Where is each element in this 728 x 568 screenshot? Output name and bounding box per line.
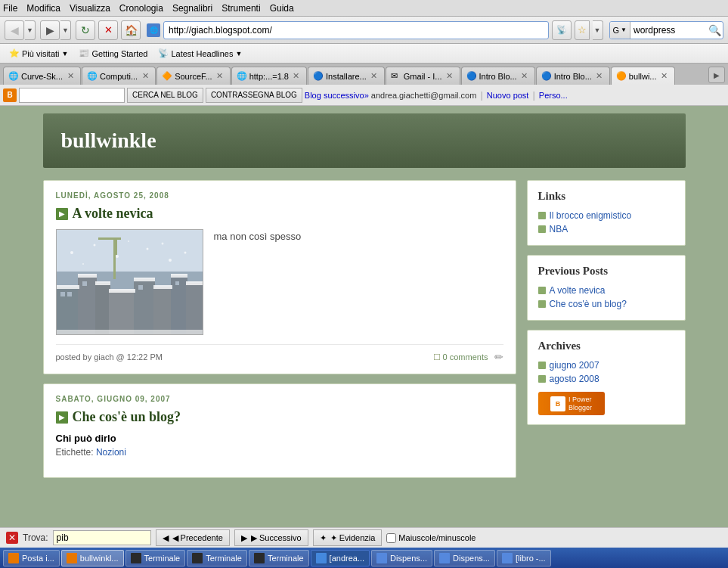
address-bar[interactable] bbox=[163, 21, 549, 39]
find-prev-button[interactable]: ◀ ◀ Precedente bbox=[156, 529, 230, 546]
find-input[interactable] bbox=[53, 530, 151, 545]
find-prev-label: ◀ Precedente bbox=[172, 533, 223, 543]
taskbar-icon-4 bbox=[254, 553, 265, 563]
tabs-overflow-button[interactable]: ▶ bbox=[708, 67, 725, 83]
blog-title: bullwinkle bbox=[61, 129, 668, 153]
sidebar-link-1[interactable]: NBA bbox=[550, 224, 568, 234]
tab-label-1: Computi... bbox=[100, 72, 138, 81]
post-1-title[interactable]: A volte nevica bbox=[73, 206, 153, 222]
blogger-search-input[interactable] bbox=[19, 88, 125, 103]
bookmark-most-visited[interactable]: ⭐ Più visitati ▼ bbox=[5, 47, 73, 60]
tab-favicon-0: 🌐 bbox=[8, 71, 19, 82]
blogger-tag-button[interactable]: CONTRASSEGNA BLOG bbox=[206, 88, 302, 103]
taskbar-item-7[interactable]: Dispens... bbox=[434, 550, 495, 566]
sidebar-archive-0[interactable]: giugno 2007 bbox=[550, 360, 599, 371]
post-1-edit-icon[interactable]: ✏ bbox=[494, 351, 503, 363]
tab-5[interactable]: ✉ Gmail - I... ✕ bbox=[386, 67, 460, 85]
menu-file[interactable]: File bbox=[3, 3, 17, 14]
tab-2[interactable]: 🔶 SourceF... ✕ bbox=[156, 67, 231, 85]
find-case-checkbox[interactable] bbox=[386, 533, 396, 543]
post-1-comments-link[interactable]: 0 comments bbox=[443, 352, 488, 362]
menu-modifica[interactable]: Modifica bbox=[26, 3, 60, 14]
post-1-text: ma non così spesso bbox=[214, 229, 302, 335]
tab-0[interactable]: 🌐 Curve-Sk... ✕ bbox=[3, 67, 81, 85]
forward-button[interactable]: ▶ bbox=[40, 20, 60, 40]
tab-3[interactable]: 🌐 http:...=1.8 ✕ bbox=[231, 67, 307, 85]
back-dropdown[interactable]: ▼ bbox=[25, 20, 36, 40]
tab-7[interactable]: 🔵 Intro Blo... ✕ bbox=[536, 67, 610, 85]
menu-strumenti[interactable]: Strumenti bbox=[221, 3, 260, 14]
tab-close-6[interactable]: ✕ bbox=[519, 71, 530, 82]
tab-4[interactable]: 🔵 Installare... ✕ bbox=[308, 67, 385, 85]
search-go-button[interactable]: 🔍 bbox=[706, 22, 723, 39]
sidebar-prev-post-1[interactable]: Che cos'è un blog? bbox=[550, 299, 627, 309]
post-2-tag-link[interactable]: Nozioni bbox=[96, 447, 126, 458]
taskbar-item-0[interactable]: Posta i... bbox=[3, 550, 60, 566]
page-icon: 🌐 bbox=[147, 23, 160, 37]
post-1-footer: posted by giach @ 12:22 PM ☐ 0 comments … bbox=[56, 344, 503, 363]
forward-dropdown[interactable]: ▼ bbox=[60, 20, 71, 40]
search-engine-button[interactable]: G ▼ bbox=[610, 21, 630, 39]
tab-8[interactable]: 🟠 bullwi... ✕ bbox=[611, 67, 675, 85]
bookmark-button[interactable]: ☆ bbox=[575, 20, 590, 40]
tab-close-0[interactable]: ✕ bbox=[65, 71, 76, 82]
tab-label-3: http:...=1.8 bbox=[249, 72, 289, 81]
bookmark-headlines[interactable]: 📡 Latest Headlines ▼ bbox=[153, 47, 246, 60]
svg-point-29 bbox=[93, 244, 95, 247]
home-button[interactable]: 🏠 bbox=[121, 20, 141, 40]
sidebar-archive-1[interactable]: agosto 2008 bbox=[550, 374, 599, 384]
taskbar-item-5[interactable]: [andrea... bbox=[311, 550, 370, 566]
stop-button[interactable]: ✕ bbox=[98, 20, 118, 40]
svg-point-30 bbox=[116, 255, 119, 258]
taskbar-icon-6 bbox=[376, 553, 387, 563]
tab-close-1[interactable]: ✕ bbox=[140, 71, 150, 82]
blog-sidebar: Links Il brocco enigmistico NBA Previous… bbox=[527, 180, 686, 487]
tab-close-3[interactable]: ✕ bbox=[291, 71, 302, 82]
snow-scene-svg bbox=[57, 230, 203, 335]
search-input[interactable] bbox=[630, 22, 706, 39]
back-button[interactable]: ◀ bbox=[5, 20, 24, 40]
bookmark-getting-started[interactable]: 📰 Getting Started bbox=[74, 47, 152, 60]
svg-rect-17 bbox=[171, 274, 187, 278]
menu-cronologia[interactable]: Cronologia bbox=[119, 3, 163, 14]
tab-close-2[interactable]: ✕ bbox=[215, 71, 225, 82]
menu-segnalibri[interactable]: Segnalibri bbox=[172, 3, 212, 14]
svg-rect-21 bbox=[116, 240, 117, 255]
taskbar-item-8[interactable]: [libro -... bbox=[497, 550, 551, 566]
taskbar-item-1[interactable]: bullwinkl... bbox=[61, 550, 124, 566]
sidebar-link-0[interactable]: Il brocco enigmistico bbox=[550, 210, 632, 221]
sidebar-prev-post-0[interactable]: A volte nevica bbox=[550, 285, 606, 296]
blog-header: bullwinkle bbox=[43, 113, 686, 168]
find-highlight-button[interactable]: ✦ ✦ Evidenzia bbox=[313, 529, 383, 546]
tab-close-4[interactable]: ✕ bbox=[369, 71, 379, 82]
post-2: SABATO, GIUGNO 09, 2007 ▶ Che cos'è un b… bbox=[43, 383, 516, 478]
rss-button[interactable]: 📡 bbox=[552, 20, 572, 40]
tab-6[interactable]: 🔵 Intro Blo... ✕ bbox=[461, 67, 535, 85]
find-close-button[interactable]: ✕ bbox=[6, 532, 18, 544]
tab-close-7[interactable]: ✕ bbox=[594, 71, 605, 82]
find-next-button[interactable]: ▶ ▶ Successivo bbox=[234, 529, 308, 546]
blogger-profile-link[interactable]: Perso... bbox=[539, 91, 568, 100]
taskbar-icon-1 bbox=[67, 553, 77, 563]
svg-rect-26 bbox=[175, 281, 179, 285]
tab-close-8[interactable]: ✕ bbox=[659, 71, 670, 82]
taskbar-item-6[interactable]: Dispens... bbox=[371, 550, 432, 566]
taskbar-item-4[interactable]: Terminale bbox=[249, 550, 309, 566]
blogger-power-badge[interactable]: B I PowerBlogger bbox=[538, 392, 605, 415]
dropdown-icon: ▼ bbox=[62, 50, 69, 57]
find-bar: ✕ Trova: ◀ ◀ Precedente ▶ ▶ Successivo ✦… bbox=[0, 527, 728, 548]
tab-1[interactable]: 🌐 Computi... ✕ bbox=[82, 67, 156, 85]
blogger-new-post-link[interactable]: Nuovo post bbox=[487, 91, 529, 100]
menu-guida[interactable]: Guida bbox=[270, 3, 294, 14]
blogger-search-button[interactable]: CERCA NEL BLOG bbox=[127, 88, 203, 103]
bookmark-dropdown[interactable]: ▼ bbox=[593, 20, 603, 40]
taskbar-item-3[interactable]: Terminale bbox=[187, 550, 247, 566]
menu-visualizza[interactable]: Visualizza bbox=[70, 3, 110, 14]
reload-button[interactable]: ↻ bbox=[76, 20, 95, 40]
blogger-next-blog-link[interactable]: Blog successivo» bbox=[305, 91, 369, 100]
svg-rect-15 bbox=[134, 278, 155, 281]
post-2-title[interactable]: Che cos'è un blog? bbox=[73, 409, 181, 425]
sidebar-prev-post-item-0: A volte nevica bbox=[538, 284, 674, 297]
taskbar-item-2[interactable]: Terminale bbox=[125, 550, 186, 566]
tab-close-5[interactable]: ✕ bbox=[445, 71, 455, 82]
